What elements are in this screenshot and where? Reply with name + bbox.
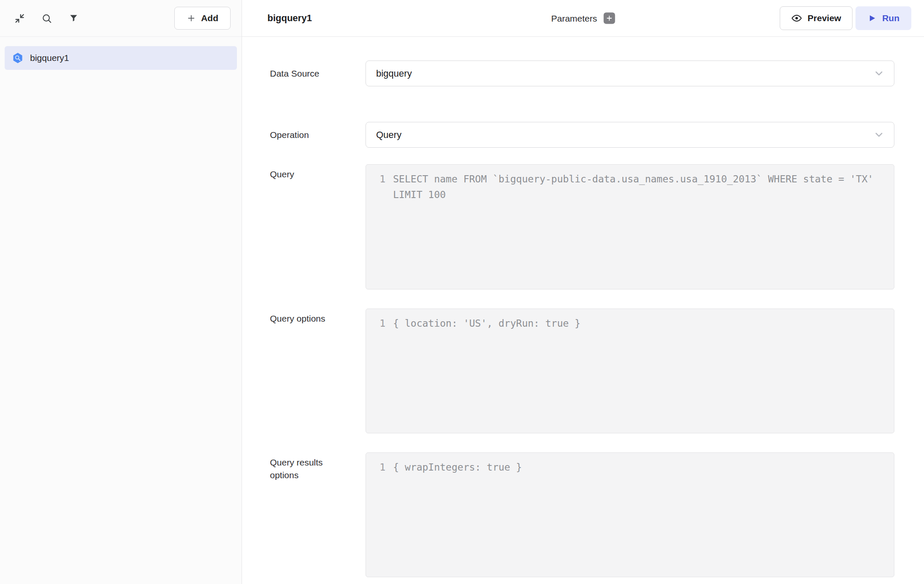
collapse-icon [14, 13, 25, 24]
data-source-select[interactable]: bigquery [366, 61, 894, 86]
line-number: 1 [374, 316, 385, 331]
query-code-text: SELECT name FROM `bigquery-public-data.u… [393, 171, 886, 203]
chevron-down-icon [873, 68, 885, 79]
query-editor-header: bigquery1 Parameters Preview [242, 0, 924, 37]
search-icon [41, 13, 52, 24]
bigquery-icon [12, 52, 24, 64]
line-number: 1 [374, 171, 385, 187]
field-row-query: Query 1 SELECT name FROM `bigquery-publi… [270, 164, 894, 289]
line-number: 1 [374, 460, 385, 475]
field-label-query-options: Query options [270, 309, 366, 433]
search-button[interactable] [38, 10, 55, 27]
query-form: Data Source bigquery Operation Query [242, 37, 924, 584]
query-item-label: bigquery1 [30, 53, 69, 63]
query-options-code-text: { location: 'US', dryRun: true } [393, 316, 886, 331]
field-label-query-results-options: Query results options [270, 452, 366, 577]
chevron-down-icon [873, 129, 885, 140]
eye-icon [791, 13, 802, 24]
add-button-label: Add [201, 13, 218, 23]
field-row-query-options: Query options 1 { location: 'US', dryRun… [270, 309, 894, 433]
preview-button-label: Preview [808, 13, 841, 23]
query-editor-panel: bigquery1 Parameters Preview [242, 0, 924, 584]
query-results-options-code-editor[interactable]: 1 { wrapIntegers: true } [366, 452, 894, 577]
add-parameter-button[interactable] [603, 13, 615, 24]
operation-select[interactable]: Query [366, 122, 894, 148]
plus-icon [187, 14, 196, 23]
query-sidebar: Add bigquery1 [0, 0, 242, 584]
run-button[interactable]: Run [855, 6, 911, 30]
run-button-label: Run [882, 13, 899, 23]
query-list: bigquery1 [0, 37, 242, 70]
sidebar-header: Add [0, 0, 242, 37]
field-row-operation: Operation Query [270, 122, 894, 148]
data-source-value: bigquery [376, 68, 873, 79]
field-label-query: Query [270, 164, 366, 289]
parameters-label: Parameters [551, 13, 597, 23]
query-title: bigquery1 [267, 13, 312, 24]
field-label-data-source: Data Source [270, 61, 366, 86]
query-list-item-bigquery1[interactable]: bigquery1 [5, 46, 237, 70]
operation-value: Query [376, 129, 873, 140]
add-query-button[interactable]: Add [174, 7, 231, 30]
play-icon [867, 14, 877, 23]
query-results-options-code-text: { wrapIntegers: true } [393, 460, 886, 475]
filter-icon [69, 13, 79, 23]
field-label-operation: Operation [270, 122, 366, 148]
query-code-editor[interactable]: 1 SELECT name FROM `bigquery-public-data… [366, 164, 894, 289]
preview-button[interactable]: Preview [780, 6, 852, 30]
plus-icon [605, 15, 613, 22]
field-row-query-results-options: Query results options 1 { wrapIntegers: … [270, 452, 894, 577]
header-actions: Preview Run [780, 6, 911, 30]
collapse-panel-button[interactable] [11, 10, 28, 27]
filter-button[interactable] [65, 10, 82, 27]
parameters-group: Parameters [551, 13, 615, 24]
query-options-code-editor[interactable]: 1 { location: 'US', dryRun: true } [366, 309, 894, 433]
field-row-data-source: Data Source bigquery [270, 61, 894, 86]
